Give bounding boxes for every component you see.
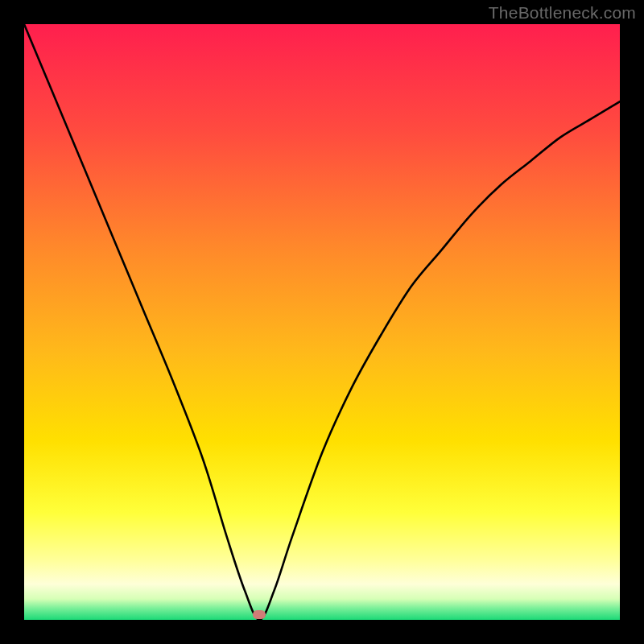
chart-frame — [24, 24, 620, 620]
watermark-text: TheBottleneck.com — [489, 3, 636, 23]
bottleneck-curve — [24, 24, 620, 620]
optimal-point-marker — [253, 610, 266, 619]
